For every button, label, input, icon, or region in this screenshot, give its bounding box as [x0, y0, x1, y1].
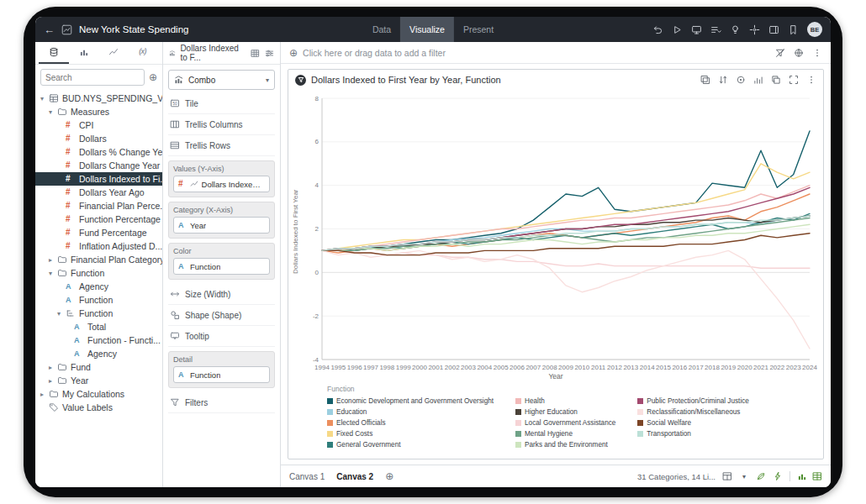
bulb-icon[interactable]	[730, 24, 741, 35]
target-icon[interactable]	[736, 75, 746, 85]
legend-item-general-government[interactable]: General Government	[327, 439, 494, 450]
canvas-tab-canvas-1[interactable]: Canvas 1	[289, 472, 325, 481]
tree-item-dollars-year-ago[interactable]: #Dollars Year Ago	[35, 186, 162, 199]
tree-item-agency[interactable]: AAgency	[35, 280, 162, 293]
tree-item-my-calculations[interactable]: ▸My Calculations	[35, 387, 162, 401]
tree-item-dollars-change-ye[interactable]: #Dollars % Change Ye...	[35, 145, 162, 159]
add-data-icon[interactable]: ⊕	[149, 72, 157, 82]
caret-down-icon[interactable]: ▾	[739, 471, 749, 481]
tree-item-financial-plan-perce[interactable]: #Financial Plan Perce...	[35, 199, 162, 213]
fullscreen-icon[interactable]	[789, 75, 799, 85]
grid-icon[interactable]	[251, 49, 260, 58]
panel-tab-db-icon[interactable]	[39, 42, 69, 64]
panel-tab-trend-icon[interactable]	[99, 42, 129, 64]
slot-trellis-rows[interactable]: Trellis Rows	[168, 135, 275, 156]
tree-item-value-labels[interactable]: Value Labels	[35, 401, 162, 414]
tree-caret-icon[interactable]: ▸	[47, 377, 54, 385]
add-filter-icon[interactable]: ⊕	[289, 48, 298, 58]
layers-icon[interactable]	[700, 75, 710, 85]
tab-data[interactable]: Data	[363, 17, 400, 42]
legend-item-higher-education[interactable]: Higher Education	[515, 407, 615, 417]
kebab-icon[interactable]	[812, 48, 822, 58]
tree-item-function[interactable]: AFunction	[35, 293, 162, 307]
tree-caret-icon[interactable]: ▸	[47, 364, 54, 371]
legend-item-public-protection-criminal-justice[interactable]: Public Protection/Criminal Justice	[637, 396, 749, 407]
panel-tab-bars-icon[interactable]	[69, 42, 99, 64]
legend-item-elected-officials[interactable]: Elected Officials	[327, 417, 494, 428]
bookmark-icon[interactable]	[788, 24, 799, 35]
legend-item-parks-and-the-environment[interactable]: Parks and the Environment	[515, 439, 615, 450]
play-icon[interactable]	[672, 24, 683, 35]
legend-item-education[interactable]: Education	[327, 407, 494, 417]
legend-item-social-welfare[interactable]: Social Welfare	[637, 417, 749, 428]
avatar[interactable]: BE	[807, 22, 822, 37]
tree-item-total[interactable]: ATotal	[35, 320, 162, 333]
legend-item-health[interactable]: Health	[515, 396, 615, 407]
tree-item-financial-plan-category[interactable]: ▸Financial Plan Category	[35, 253, 162, 266]
tree-item-fund-percentage[interactable]: #Fund Percentage	[35, 226, 162, 239]
canvas-tab-canvas-2[interactable]: Canvas 2	[336, 472, 373, 481]
canvas-grid-icon[interactable]	[722, 471, 732, 481]
tree-item-function[interactable]: ▾Function	[35, 307, 162, 320]
series-reclassification-miscellaneous[interactable]	[322, 250, 810, 349]
slot-tile[interactable]: 50Tile	[168, 93, 275, 114]
undo-icon[interactable]	[652, 24, 663, 35]
chart-icon[interactable]	[753, 75, 763, 85]
tab-visualize[interactable]: Visualize	[400, 17, 454, 42]
pill-dollars-indexed-t[interactable]: #Dollars Indexed t...	[173, 176, 270, 192]
viz-card[interactable]: Dollars Indexed to First Year by Year, F…	[288, 69, 824, 459]
chart-plot[interactable]: 86420-2-41994199519961997199819992000200…	[302, 92, 818, 372]
tree-item-dollars-indexed-to-fi[interactable]: #Dollars Indexed to Fi...	[35, 172, 162, 186]
green-chart-icon[interactable]	[797, 471, 807, 481]
tree-caret-icon[interactable]: ▾	[39, 95, 45, 102]
pill-year[interactable]: AYear	[173, 217, 270, 234]
copy-icon[interactable]	[771, 75, 781, 85]
legend-item-fixed-costs[interactable]: Fixed Costs	[327, 428, 494, 439]
series-social-welfare[interactable]	[322, 234, 810, 255]
tree-item-inflation-adjusted-d[interactable]: #Inflation Adjusted D...	[35, 239, 162, 253]
sort-icon[interactable]	[718, 75, 728, 85]
slot-shape-shape[interactable]: Shape (Shape)	[168, 305, 275, 326]
series-fixed-costs[interactable]	[322, 164, 810, 251]
series-local-government-assistance[interactable]	[322, 250, 810, 268]
legend-item-mental-hygiene[interactable]: Mental Hygiene	[515, 428, 615, 439]
tab-present[interactable]: Present	[454, 17, 503, 42]
tree-caret-icon[interactable]: ▾	[47, 108, 54, 116]
pill-function[interactable]: AFunction	[173, 258, 270, 275]
tree-item-agency[interactable]: AAgency	[35, 347, 162, 360]
tree-item-dollars-change-year[interactable]: #Dollars Change Year ...	[35, 159, 162, 172]
globe-icon[interactable]	[794, 48, 804, 58]
tree-item-fund[interactable]: ▸Fund	[35, 360, 162, 374]
filter-off-icon[interactable]	[775, 48, 785, 58]
legend-item-local-government-assistance[interactable]: Local Government Assistance	[515, 417, 615, 428]
back-icon[interactable]: ←	[44, 24, 55, 36]
panel-icon[interactable]	[768, 24, 779, 35]
slot-size-width[interactable]: Size (Width)	[168, 284, 275, 305]
eco-icon[interactable]	[756, 471, 766, 481]
search-input[interactable]	[40, 69, 145, 86]
chart-type-select[interactable]: Combo ▾	[168, 70, 275, 90]
tree-item-measures[interactable]: ▾Measures	[35, 105, 162, 118]
menu-caret-icon[interactable]	[710, 24, 721, 35]
tree-item-year[interactable]: ▸Year	[35, 374, 162, 387]
pill-function[interactable]: AFunction	[173, 366, 270, 383]
tree-caret-icon[interactable]: ▸	[39, 391, 45, 398]
kebab-icon[interactable]	[806, 75, 816, 85]
pointer-icon[interactable]	[749, 24, 760, 35]
line-chart[interactable]: 86420-2-41994199519961997199819992000200…	[302, 92, 818, 372]
tree-caret-icon[interactable]: ▾	[55, 310, 62, 318]
legend-item-reclassification-miscellaneous[interactable]: Reclassification/Miscellaneous	[637, 407, 749, 417]
panel-tab-fx-icon[interactable]: (x)	[129, 42, 159, 64]
tree-item-dollars[interactable]: #Dollars	[35, 132, 162, 145]
tree-item-function-percentage[interactable]: #Function Percentage	[35, 213, 162, 226]
legend-item-economic-development-and-government-oversight[interactable]: Economic Development and Government Over…	[327, 396, 494, 407]
slot-trellis-columns[interactable]: Trellis Columns	[168, 114, 275, 135]
tree-caret-icon[interactable]: ▾	[47, 270, 54, 277]
bolt-icon[interactable]	[773, 471, 783, 481]
filter-bar[interactable]: ⊕ Click here or drag data to add a filte…	[281, 42, 831, 64]
tree-item-function-functi[interactable]: AFunction - Functi...	[35, 333, 162, 347]
add-canvas-icon[interactable]: ⊕	[385, 470, 393, 482]
tree-item-bud-nys-spending-v-av[interactable]: ▾BUD.NYS_SPENDING_V_AV	[35, 92, 162, 105]
green-table-icon[interactable]	[812, 471, 822, 481]
tree-item-function[interactable]: ▾Function	[35, 266, 162, 280]
